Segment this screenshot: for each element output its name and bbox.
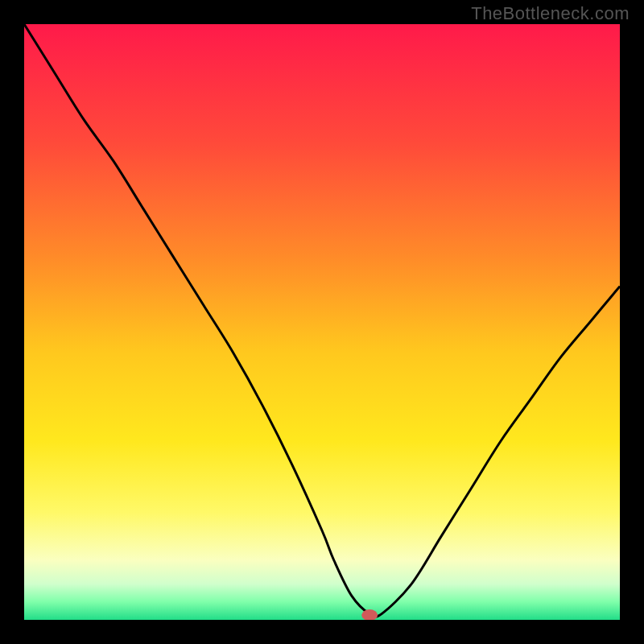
plot-area bbox=[24, 24, 620, 620]
bottleneck-chart bbox=[24, 24, 620, 620]
watermark-text: TheBottleneck.com bbox=[471, 3, 630, 24]
chart-frame: TheBottleneck.com bbox=[0, 0, 644, 644]
